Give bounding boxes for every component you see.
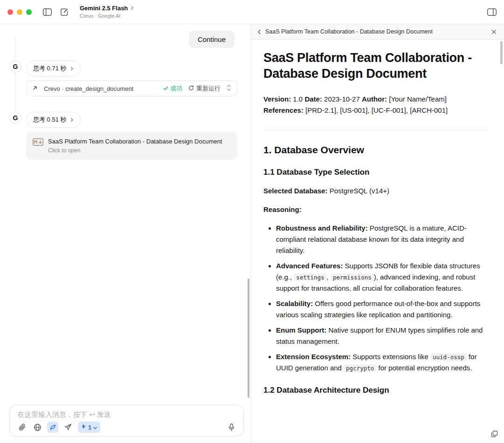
model-count: 1 xyxy=(88,424,91,431)
document-header-title: SaaS Platform Team Collaboration - Datab… xyxy=(265,28,433,35)
copy-icon[interactable] xyxy=(491,430,498,439)
doc-block-h3: 1.1 Database Type Selection xyxy=(263,168,489,177)
composer-toolbar: 1 xyxy=(10,418,243,436)
web-search-icon[interactable] xyxy=(32,422,43,433)
creative-mode-icon[interactable] xyxy=(47,422,58,433)
rerun-label: 重新运行 xyxy=(196,84,221,93)
assistant-message: G 思考 0.71 秒 Crevo · create_d xyxy=(9,61,237,96)
doc-block-h1: SaaS Platform Team Collaboration - Datab… xyxy=(263,50,489,82)
check-icon xyxy=(163,85,168,92)
tool-call-arrow-icon xyxy=(32,85,38,92)
doc-list-item: Scalability: Offers good performance out… xyxy=(276,298,489,320)
chevron-right-icon xyxy=(70,116,74,123)
window-controls xyxy=(7,9,32,15)
doc-list-item: Extension Ecosystem: Supports extensions… xyxy=(276,351,489,374)
gemini-avatar: G xyxy=(9,112,21,124)
message-list: G 思考 0.71 秒 Crevo · create_d xyxy=(0,24,250,160)
paper-plane-icon[interactable] xyxy=(62,422,74,433)
model-subtitle: Crevo · Google AI xyxy=(80,13,134,19)
tool-name: Crevo · create_design_document xyxy=(44,85,157,92)
document-panel: SaaS Platform Team Collaboration - Datab… xyxy=(250,24,504,443)
doc-block-h2: 1. Database Overview xyxy=(263,144,489,156)
document-content: SaaS Platform Team Collaboration - Datab… xyxy=(251,40,504,395)
markdown-file-icon xyxy=(33,138,43,148)
chat-pane: Continue G 思考 0.71 秒 xyxy=(0,24,250,443)
chevron-right-icon xyxy=(130,5,134,12)
doc-list-item: Advanced Features: Supports JSONB for fl… xyxy=(276,260,489,294)
gemini-avatar: G xyxy=(9,61,21,73)
attachment-subtitle: Click to open xyxy=(48,147,231,154)
close-icon[interactable] xyxy=(490,28,497,35)
doc-list-item: Enum Support: Native support for ENUM ty… xyxy=(276,325,489,347)
back-chevron-icon[interactable] xyxy=(257,29,261,34)
attach-icon[interactable] xyxy=(16,422,28,433)
chevron-down-icon xyxy=(93,424,97,431)
doc-list-item: Robustness and Reliability: PostgreSQL i… xyxy=(276,223,489,256)
document-body: SaaS Platform Team Collaboration - Datab… xyxy=(251,40,504,443)
doc-block-p: Selected Database: PostgreSQL (v14+) xyxy=(263,185,489,197)
document-attachment-card[interactable]: SaaS Platform Team Collaboration - Datab… xyxy=(26,132,237,160)
doc-block-h3: 1.2 Database Architecture Design xyxy=(263,386,489,395)
thinking-toggle[interactable]: 思考 0.71 秒 xyxy=(26,61,81,76)
thinking-label: 思考 0.71 秒 xyxy=(33,64,67,73)
doc-block-p: Version: 1.0 Date: 2023-10-27 Author: [Y… xyxy=(263,94,489,116)
doc-block-ul: Robustness and Reliability: PostgreSQL i… xyxy=(263,223,489,374)
refresh-icon xyxy=(188,85,194,92)
microphone-icon[interactable] xyxy=(226,422,237,433)
chevron-right-icon xyxy=(70,65,74,72)
chat-title-block[interactable]: Gemini 2.5 Flash Crevo · Google AI xyxy=(80,5,134,19)
model-title[interactable]: Gemini 2.5 Flash xyxy=(80,5,128,12)
rerun-button[interactable]: 重新运行 xyxy=(188,84,221,93)
new-chat-icon[interactable] xyxy=(60,8,69,16)
chevron-up-down-icon[interactable] xyxy=(227,84,231,93)
zoom-window-button[interactable] xyxy=(26,9,32,15)
model-selector[interactable]: 1 xyxy=(78,422,100,433)
tool-status-label: 成功 xyxy=(170,84,182,93)
thinking-toggle[interactable]: 思考 0.51 秒 xyxy=(26,112,81,128)
chat-scrollbar[interactable] xyxy=(248,279,249,398)
document-scrollbar[interactable] xyxy=(500,41,503,64)
attachment-title: SaaS Platform Team Collaboration - Datab… xyxy=(48,137,231,145)
assistant-message: G 思考 0.51 秒 xyxy=(9,112,237,160)
sidebar-toggle-icon[interactable] xyxy=(43,8,52,16)
minimize-window-button[interactable] xyxy=(17,9,22,15)
doc-block-hr xyxy=(263,130,489,130)
tool-status-badge: 成功 xyxy=(163,84,182,93)
close-window-button[interactable] xyxy=(7,9,13,15)
app-window: Gemini 2.5 Flash Crevo · Google AI Conti… xyxy=(0,0,504,443)
titlebar: Gemini 2.5 Flash Crevo · Google AI xyxy=(0,0,504,24)
message-input[interactable] xyxy=(10,405,243,418)
document-header: SaaS Platform Team Collaboration - Datab… xyxy=(251,24,504,40)
right-panel-toggle-icon[interactable] xyxy=(487,8,497,16)
lightning-icon xyxy=(81,423,86,431)
thinking-label: 思考 0.51 秒 xyxy=(33,116,67,124)
composer: 1 xyxy=(9,405,244,436)
tool-call-card[interactable]: Crevo · create_design_document 成功 xyxy=(26,81,237,96)
doc-block-p: Reasoning: xyxy=(263,204,489,215)
